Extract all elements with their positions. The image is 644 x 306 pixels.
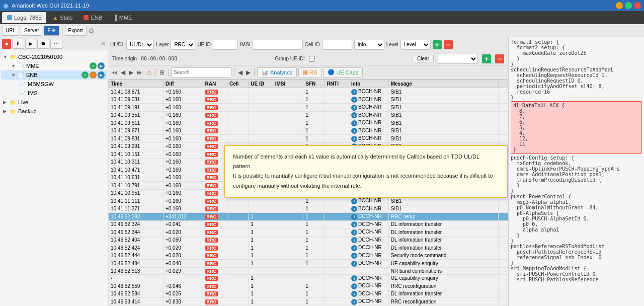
- enb-badge-green: ✓: [82, 71, 89, 79]
- clear-button[interactable]: Clear: [413, 55, 434, 62]
- expand-icon-backup[interactable]: ▶: [3, 109, 8, 114]
- table-cell: [227, 236, 249, 244]
- add-filter-button[interactable]: +: [433, 40, 442, 49]
- table-row[interactable]: 10.41.09.351+0.160RRC1iBCCH-NRSIB1: [109, 111, 508, 119]
- nav-first-icon[interactable]: ⏮: [110, 69, 118, 76]
- table-cell: iBCCH-NR: [349, 104, 389, 112]
- search-input[interactable]: [171, 67, 231, 78]
- tab-logs[interactable]: Logs: 7865: [2, 12, 46, 23]
- remove-time-button[interactable]: −: [495, 54, 504, 63]
- table-row[interactable]: 10.46.52.344+0.020RRC11iDCCH-NRDL inform…: [109, 228, 508, 237]
- group-ue-checkbox[interactable]: [309, 56, 315, 62]
- layer-select[interactable]: RRCMACPHY: [171, 40, 195, 50]
- table-row[interactable]: 10.46.52.324+0.041RRC11iDCCH-NRDL inform…: [109, 220, 508, 228]
- cell-id-input[interactable]: [322, 40, 352, 50]
- sidebar-item-backup[interactable]: ▶ 📁 Backup: [1, 107, 107, 116]
- table-row[interactable]: 10.41.09.031+0.160RRC1iBCCH-NRSIB1: [109, 96, 508, 104]
- level-select[interactable]: Level: [400, 40, 431, 50]
- sidebar-stop-button[interactable]: ■: [2, 39, 11, 49]
- table-cell: +0.160: [163, 142, 203, 150]
- table-cell: [498, 119, 508, 127]
- file-button[interactable]: File: [44, 26, 59, 36]
- table-cell: [273, 119, 303, 127]
- table-cell: [325, 127, 349, 135]
- table-cell: iBCCH-NR: [349, 96, 389, 104]
- nav-next-icon[interactable]: ▶: [128, 69, 134, 76]
- table-row[interactable]: 10.46.52.484+0.040RRC11iDCCH-NRUE capabi…: [109, 260, 508, 268]
- sidebar-play-button[interactable]: ▶: [25, 39, 36, 49]
- analytics-button[interactable]: 📊 Analytics: [257, 67, 297, 78]
- table-cell: RRC: [203, 267, 227, 274]
- table-cell: 1: [303, 260, 325, 268]
- expand-icon-enb[interactable]: ▼: [11, 72, 16, 78]
- table-row[interactable]: 10.41.09.511+0.160RRC1iBCCH-NRSIB1: [109, 119, 508, 127]
- sidebar-item-cbc[interactable]: ▼ 📁 CBC-2021050100: [1, 52, 107, 61]
- search-next-icon[interactable]: ▶: [245, 69, 252, 76]
- col-header-diff: Diff: [163, 80, 203, 88]
- sidebar-item-enb[interactable]: ▼ 📄 ENB ✓ ! ▶: [1, 70, 107, 80]
- table-row[interactable]: 10.41.09.831+0.160RRC1iBCCH-NRSIB1: [109, 135, 508, 143]
- nav-warning-icon[interactable]: ⚠: [145, 69, 153, 76]
- close-button[interactable]: [634, 2, 641, 9]
- rb-button[interactable]: ▦ RB: [298, 67, 321, 78]
- table-cell: [325, 267, 349, 274]
- sidebar-close-icon[interactable]: ✕: [101, 40, 106, 47]
- table-cell: iBCCH-NR: [349, 127, 389, 135]
- tab-enb[interactable]: ENB: [78, 12, 107, 23]
- table-row[interactable]: 10.46.52.584+0.025RRC11iDCCH-NRDL inform…: [109, 290, 508, 298]
- table-row[interactable]: 10.46.52.444+0.020RRC11iDCCH-NRSecurity …: [109, 252, 508, 260]
- table-cell: [498, 244, 508, 252]
- table-cell: iBCCH-NR: [349, 197, 389, 205]
- table-row[interactable]: 10.41.11.271+0.160RRC1iBCCH-NRSIB1: [109, 205, 508, 213]
- table-cell: 1: [249, 228, 273, 237]
- url-button[interactable]: URL: [2, 26, 19, 36]
- minimize-button[interactable]: [616, 2, 623, 9]
- tab-mme[interactable]: ▐ MME: [108, 12, 137, 23]
- add-time-button[interactable]: +: [482, 54, 491, 63]
- table-cell: [498, 96, 508, 104]
- table-cell: SIB1: [388, 197, 498, 205]
- table-row[interactable]: 10.41.09.671+0.160RRC1iBCCH-NRSIB1: [109, 127, 508, 135]
- sidebar-item-mme[interactable]: ▼ 📄 MME ✓ ▶: [1, 61, 107, 70]
- table-row[interactable]: 10.46.53.414+0.830RRC11iDCCH-NRRRC recon…: [109, 298, 508, 306]
- table-row[interactable]: -RRC1iDCCH-NRUE capability enquiry: [109, 274, 508, 282]
- sidebar-pause-button[interactable]: ⏸: [12, 39, 24, 49]
- remove-filter-button[interactable]: −: [444, 40, 453, 49]
- right-panel-code: format1 setup: { format2 setup: { maxCod…: [511, 39, 642, 100]
- clear-select[interactable]: [438, 54, 478, 64]
- maximize-button[interactable]: [625, 2, 632, 9]
- sidebar-item-live[interactable]: ▶ 📁 Live: [1, 98, 107, 107]
- sidebar-more-button[interactable]: ⋯: [50, 39, 62, 49]
- table-cell: 1: [303, 205, 325, 213]
- settings-icon[interactable]: ⚙: [88, 27, 95, 35]
- ue-id-input[interactable]: [213, 40, 238, 50]
- imsi-input[interactable]: [253, 40, 303, 50]
- sidebar-item-mbmsgw[interactable]: 📄 MBMSGW: [1, 80, 107, 89]
- table-row[interactable]: 10.41.11.111+0.160RRC1iBCCH-NRSIB1: [109, 197, 508, 205]
- export-button[interactable]: Export: [65, 26, 87, 36]
- table-row[interactable]: 10.41.09.191+0.160RRC1iBCCH-NRSIB1: [109, 104, 508, 112]
- table-row[interactable]: 10.41.08.871+0.160RRC1iBCCH-NRSIB1: [109, 88, 508, 96]
- nav-last-icon[interactable]: ⏭: [136, 69, 144, 76]
- uecaps-button[interactable]: 🔵 UE Caps: [323, 67, 363, 78]
- expand-icon[interactable]: ▼: [3, 54, 8, 59]
- log-grid-icon[interactable]: ⊞: [158, 69, 166, 76]
- tab-stats[interactable]: ▲ Stats: [47, 12, 77, 23]
- table-cell: iDCCH-NR: [349, 236, 389, 244]
- table-row[interactable]: 10.46.52.559+0.046RRC11iDCCH-NRRRC recon…: [109, 282, 508, 290]
- sidebar-item-ims[interactable]: 📄 IMS: [1, 89, 107, 98]
- expand-icon-live[interactable]: ▶: [3, 100, 8, 105]
- table-row[interactable]: 10.46.52.404+0.060RRC11iDCCH-NRDL inform…: [109, 236, 508, 244]
- table-row[interactable]: 10.46.52.424+0.020RRC11iDCCH-NRDL inform…: [109, 244, 508, 252]
- server-button[interactable]: Server: [21, 26, 42, 36]
- info-select[interactable]: Info: [354, 40, 384, 50]
- table-row[interactable]: 10.46.52.513+0.029RRCNR band combination…: [109, 267, 508, 274]
- sidebar-record-button[interactable]: ⏺: [37, 39, 49, 49]
- expand-icon-mme[interactable]: ▼: [11, 63, 16, 68]
- search-prev-icon[interactable]: ◀: [237, 69, 244, 76]
- table-cell: +0.029: [163, 267, 203, 274]
- nav-prev-icon[interactable]: ◀: [120, 69, 126, 76]
- ul-dl-select[interactable]: UL/DLULDL: [126, 40, 154, 50]
- table-cell: 10.41.10.951: [109, 189, 164, 197]
- table-row[interactable]: 10.46:52.283+341.012RRC11iCCCH-NRRRC set…: [109, 213, 508, 221]
